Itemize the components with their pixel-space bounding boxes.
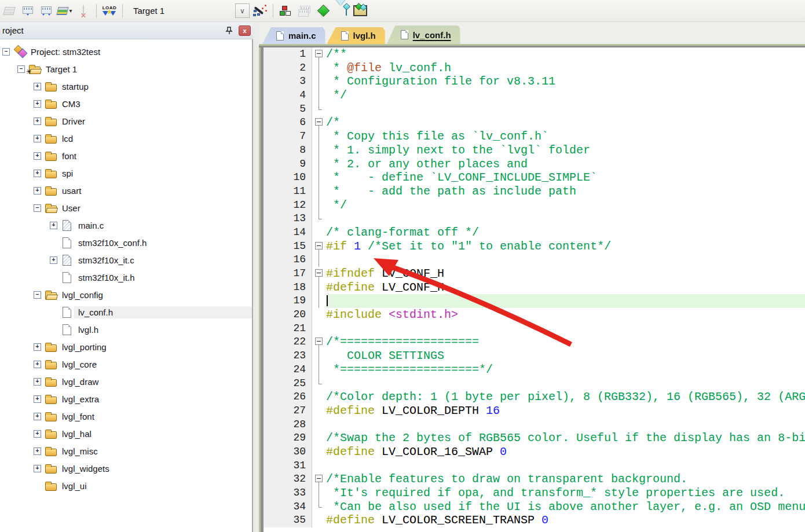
folder-icon xyxy=(45,480,58,491)
expand-icon[interactable]: + xyxy=(34,100,41,108)
pin-button[interactable] xyxy=(224,25,235,36)
folder-icon xyxy=(45,98,58,109)
tree-item-lvgl-h[interactable]: lvgl.h xyxy=(0,321,252,338)
fold-toggle-icon[interactable] xyxy=(312,116,326,130)
tree-item-project-stm32test[interactable]: –Project: stm32test xyxy=(0,43,252,60)
expand-icon[interactable]: + xyxy=(34,361,41,368)
main-toolbar: ▾ ✕ LOAD ★ Target 1 ∨ xyxy=(0,0,805,22)
collapse-icon[interactable]: – xyxy=(17,65,25,73)
tree-item-target-1[interactable]: –✳Target 1 xyxy=(0,60,252,78)
expand-icon[interactable]: + xyxy=(50,222,57,229)
tree-item-stm32f10x-conf-h[interactable]: stm32f10x_conf.h xyxy=(0,234,252,251)
tree-item-lvgl-ui[interactable]: lvgl_ui xyxy=(0,477,252,494)
load-button[interactable]: LOAD ★ xyxy=(101,3,118,19)
code-line: 14/* clang-format off */ xyxy=(264,226,805,240)
expand-icon[interactable]: + xyxy=(34,395,41,403)
collapse-icon[interactable]: – xyxy=(34,204,41,212)
tree-item-stm32f10x-it-h[interactable]: stm32f10x_it.h xyxy=(0,269,252,286)
target-dropdown-icon[interactable]: ∨ xyxy=(235,3,250,18)
fold-toggle-icon[interactable] xyxy=(312,335,326,349)
tree-item-lvgl-font[interactable]: +lvgl_font xyxy=(0,408,252,425)
tree-item-lv-conf-h[interactable]: lv_conf.h xyxy=(0,303,252,321)
tree-item-lvgl-widgets[interactable]: +lvgl_widgets xyxy=(0,460,252,477)
tree-item-lvgl-draw[interactable]: +lvgl_draw xyxy=(0,373,252,390)
tree-item-lvgl-hal[interactable]: +lvgl_hal xyxy=(0,425,252,442)
tree-item-lvgl-config[interactable]: –lvgl_config xyxy=(0,286,252,303)
stacked-windows-button[interactable] xyxy=(297,3,313,19)
stop-build-button[interactable]: ✕ xyxy=(75,3,92,19)
panel-splitter[interactable] xyxy=(253,22,259,532)
batch-build-button[interactable]: ▾ xyxy=(57,3,73,19)
expand-icon[interactable]: + xyxy=(34,152,41,160)
fold-toggle-icon[interactable] xyxy=(312,472,326,486)
line-number: 14 xyxy=(264,226,312,240)
expand-icon[interactable]: + xyxy=(34,413,41,420)
tab-lvgl-h[interactable]: lvgl.h xyxy=(327,27,385,44)
options-wand-icon xyxy=(253,5,267,17)
expand-icon[interactable]: + xyxy=(34,135,41,142)
tree-item-stm32f10x-it-c[interactable]: +stm32f10x_it.c xyxy=(0,251,252,269)
code-text: */ xyxy=(326,89,805,102)
collapse-icon[interactable]: – xyxy=(2,48,10,56)
expand-icon[interactable]: + xyxy=(34,465,41,472)
tab-lv-conf-h[interactable]: lv_conf.h xyxy=(387,25,460,44)
expand-icon[interactable]: + xyxy=(34,170,41,177)
tree-item-font[interactable]: +font xyxy=(0,147,252,164)
folder-icon xyxy=(45,133,58,144)
tree-item-label: User xyxy=(58,202,85,214)
expand-icon[interactable]: + xyxy=(34,447,41,455)
expand-icon[interactable]: + xyxy=(34,83,41,90)
tree-item-spi[interactable]: +spi xyxy=(0,164,252,182)
tree-item-cm3[interactable]: +CM3 xyxy=(0,95,252,112)
close-panel-button[interactable]: x xyxy=(239,25,251,36)
translate-button[interactable] xyxy=(1,3,17,19)
tree-item-lvgl-extra[interactable]: +lvgl_extra xyxy=(0,390,252,408)
manage-project-items-button[interactable] xyxy=(278,3,294,19)
batch-build-dropdown-icon[interactable]: ▾ xyxy=(69,8,72,14)
tree-item-lvgl-misc[interactable]: +lvgl_misc xyxy=(0,442,252,460)
tree-item-lvgl-porting[interactable]: +lvgl_porting xyxy=(0,338,252,355)
line-number: 35 xyxy=(264,513,312,527)
tree-item-lvgl-core[interactable]: +lvgl_core xyxy=(0,355,252,373)
expand-icon[interactable]: + xyxy=(34,378,41,386)
expand-icon[interactable]: + xyxy=(34,343,41,351)
expand-icon[interactable]: + xyxy=(34,118,41,125)
line-number: 12 xyxy=(264,199,312,212)
code-area[interactable]: 1/**2 * @file lv_conf.h3 * Configuration… xyxy=(261,47,805,532)
rebuild-button[interactable] xyxy=(38,3,54,19)
tree-item-label: lvgl_font xyxy=(58,410,99,423)
code-line: 15#if 1 /*Set it to "1" to enable conten… xyxy=(264,240,805,254)
translate-icon xyxy=(3,7,15,15)
fold-toggle-icon[interactable] xyxy=(312,240,326,254)
document-icon xyxy=(341,31,349,41)
project-tree[interactable]: –Project: stm32test–✳Target 1+startup+CM… xyxy=(0,39,253,532)
code-text xyxy=(326,377,805,391)
tree-item-label: stm32f10x_conf.h xyxy=(74,237,151,249)
fold-toggle-icon[interactable] xyxy=(312,267,326,281)
line-number: 25 xyxy=(264,377,312,391)
expand-icon[interactable]: + xyxy=(34,430,41,438)
tree-item-driver[interactable]: +Driver xyxy=(0,112,252,130)
select-software-packs-button[interactable] xyxy=(334,3,350,19)
run-time-environment-button[interactable] xyxy=(315,3,331,19)
tree-item-lcd[interactable]: +lcd xyxy=(0,130,252,147)
build-button[interactable] xyxy=(20,3,36,19)
tree-item-startup[interactable]: +startup xyxy=(0,78,252,95)
pack-installer-button[interactable] xyxy=(352,3,368,19)
expand-icon[interactable]: + xyxy=(50,256,57,264)
fold-toggle-icon[interactable] xyxy=(312,47,326,61)
options-for-target-button[interactable] xyxy=(252,3,268,19)
code-line: 6/* xyxy=(264,116,805,130)
target-select[interactable]: Target 1 ∨ xyxy=(127,3,250,19)
collapse-icon[interactable]: – xyxy=(34,291,41,299)
fold-margin xyxy=(312,431,326,445)
line-number: 3 xyxy=(264,75,312,89)
code-line: 35#define LV_COLOR_SCREEN_TRANSP 0 xyxy=(264,513,805,527)
tab-main-c[interactable]: main.c xyxy=(262,27,325,44)
tree-item-main-c[interactable]: +main.c xyxy=(0,217,252,234)
file-icon xyxy=(61,237,74,248)
tree-item-usart[interactable]: +usart xyxy=(0,182,252,199)
tree-item-user[interactable]: –User xyxy=(0,199,252,217)
code-line: 31 xyxy=(264,459,805,473)
expand-icon[interactable]: + xyxy=(34,187,41,195)
